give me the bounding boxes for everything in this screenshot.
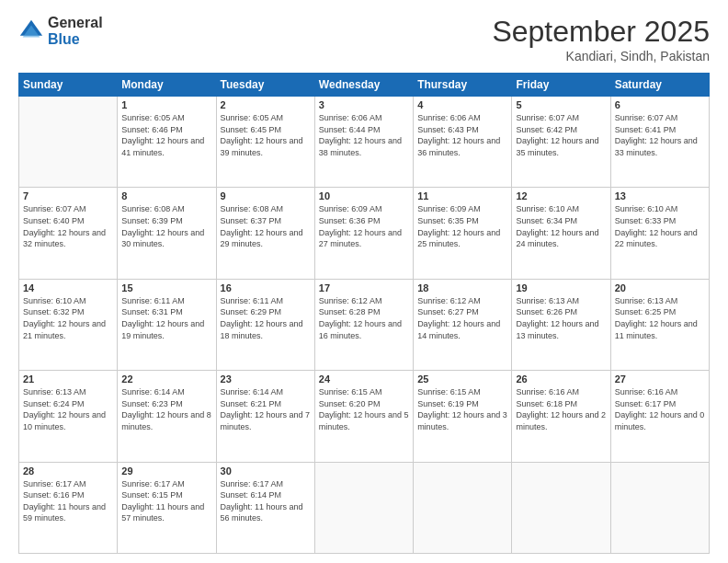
day-info: Sunrise: 6:07 AMSunset: 6:42 PMDaylight:…	[516, 112, 606, 158]
day-cell: 28 Sunrise: 6:17 AMSunset: 6:16 PMDaylig…	[19, 462, 118, 553]
day-info: Sunrise: 6:13 AMSunset: 6:24 PMDaylight:…	[23, 386, 113, 432]
day-info: Sunrise: 6:13 AMSunset: 6:25 PMDaylight:…	[615, 295, 705, 341]
day-cell	[414, 462, 512, 553]
day-number: 2	[221, 99, 311, 110]
day-info: Sunrise: 6:11 AMSunset: 6:31 PMDaylight:…	[121, 295, 211, 341]
day-cell: 6 Sunrise: 6:07 AMSunset: 6:41 PMDayligh…	[610, 97, 709, 188]
day-number: 16	[221, 282, 311, 293]
day-info: Sunrise: 6:13 AMSunset: 6:26 PMDaylight:…	[516, 295, 606, 341]
day-number: 20	[615, 282, 705, 293]
day-cell: 7 Sunrise: 6:07 AMSunset: 6:40 PMDayligh…	[19, 188, 118, 279]
day-number: 17	[319, 282, 409, 293]
day-info: Sunrise: 6:10 AMSunset: 6:34 PMDaylight:…	[516, 203, 606, 249]
day-cell: 30 Sunrise: 6:17 AMSunset: 6:14 PMDaylig…	[216, 462, 314, 553]
day-number: 15	[121, 282, 211, 293]
day-header-thursday: Thursday	[414, 74, 512, 97]
logo-text: General Blue	[48, 15, 103, 48]
day-info: Sunrise: 6:14 AMSunset: 6:23 PMDaylight:…	[121, 386, 211, 432]
day-cell: 1 Sunrise: 6:05 AMSunset: 6:46 PMDayligh…	[118, 97, 216, 188]
day-cell: 17 Sunrise: 6:12 AMSunset: 6:28 PMDaylig…	[314, 279, 413, 370]
day-cell: 5 Sunrise: 6:07 AMSunset: 6:42 PMDayligh…	[512, 97, 610, 188]
day-info: Sunrise: 6:17 AMSunset: 6:15 PMDaylight:…	[121, 478, 211, 524]
day-cell: 20 Sunrise: 6:13 AMSunset: 6:25 PMDaylig…	[610, 279, 709, 370]
day-header-monday: Monday	[118, 74, 216, 97]
day-info: Sunrise: 6:08 AMSunset: 6:37 PMDaylight:…	[221, 203, 311, 249]
day-info: Sunrise: 6:11 AMSunset: 6:29 PMDaylight:…	[221, 295, 311, 341]
day-info: Sunrise: 6:17 AMSunset: 6:16 PMDaylight:…	[23, 478, 113, 524]
day-info: Sunrise: 6:09 AMSunset: 6:35 PMDaylight:…	[417, 203, 507, 249]
day-info: Sunrise: 6:08 AMSunset: 6:39 PMDaylight:…	[121, 203, 211, 249]
day-number: 6	[615, 99, 705, 110]
day-header-tuesday: Tuesday	[216, 74, 314, 97]
day-number: 18	[417, 282, 507, 293]
week-row-1: 1 Sunrise: 6:05 AMSunset: 6:46 PMDayligh…	[19, 97, 710, 188]
day-number: 11	[417, 190, 507, 201]
day-info: Sunrise: 6:15 AMSunset: 6:20 PMDaylight:…	[319, 386, 409, 432]
day-number: 28	[23, 465, 113, 477]
title-block: September 2025 Kandiari, Sindh, Pakistan	[492, 15, 710, 63]
day-number: 25	[417, 373, 507, 385]
day-number: 10	[319, 190, 409, 201]
day-cell: 21 Sunrise: 6:13 AMSunset: 6:24 PMDaylig…	[19, 371, 118, 462]
day-number: 27	[615, 373, 705, 385]
day-info: Sunrise: 6:10 AMSunset: 6:32 PMDaylight:…	[23, 295, 113, 341]
day-number: 26	[516, 373, 606, 385]
day-cell: 3 Sunrise: 6:06 AMSunset: 6:44 PMDayligh…	[314, 97, 413, 188]
month-title: September 2025	[492, 15, 710, 49]
day-header-friday: Friday	[512, 74, 610, 97]
logo-icon	[18, 18, 44, 44]
day-cell: 23 Sunrise: 6:14 AMSunset: 6:21 PMDaylig…	[216, 371, 314, 462]
day-info: Sunrise: 6:10 AMSunset: 6:33 PMDaylight:…	[615, 203, 705, 249]
day-info: Sunrise: 6:16 AMSunset: 6:18 PMDaylight:…	[516, 386, 606, 432]
day-cell: 10 Sunrise: 6:09 AMSunset: 6:36 PMDaylig…	[314, 188, 413, 279]
week-row-4: 21 Sunrise: 6:13 AMSunset: 6:24 PMDaylig…	[19, 371, 710, 462]
day-cell	[19, 97, 118, 188]
day-header-sunday: Sunday	[19, 74, 118, 97]
day-info: Sunrise: 6:07 AMSunset: 6:41 PMDaylight:…	[615, 112, 705, 158]
day-cell: 19 Sunrise: 6:13 AMSunset: 6:26 PMDaylig…	[512, 279, 610, 370]
calendar-header-row: SundayMondayTuesdayWednesdayThursdayFrid…	[19, 74, 710, 97]
day-cell: 26 Sunrise: 6:16 AMSunset: 6:18 PMDaylig…	[512, 371, 610, 462]
logo: General Blue	[18, 15, 103, 48]
day-info: Sunrise: 6:05 AMSunset: 6:46 PMDaylight:…	[121, 112, 211, 158]
day-header-wednesday: Wednesday	[314, 74, 413, 97]
day-info: Sunrise: 6:06 AMSunset: 6:43 PMDaylight:…	[417, 112, 507, 158]
day-number: 14	[23, 282, 113, 293]
day-number: 4	[417, 99, 507, 110]
day-number: 7	[23, 190, 113, 201]
day-cell: 27 Sunrise: 6:16 AMSunset: 6:17 PMDaylig…	[610, 371, 709, 462]
day-cell: 2 Sunrise: 6:05 AMSunset: 6:45 PMDayligh…	[216, 97, 314, 188]
day-number: 5	[516, 99, 606, 110]
day-cell: 29 Sunrise: 6:17 AMSunset: 6:15 PMDaylig…	[118, 462, 216, 553]
day-number: 1	[121, 99, 211, 110]
day-cell: 24 Sunrise: 6:15 AMSunset: 6:20 PMDaylig…	[314, 371, 413, 462]
day-cell	[314, 462, 413, 553]
day-number: 13	[615, 190, 705, 201]
day-cell	[512, 462, 610, 553]
day-number: 8	[121, 190, 211, 201]
day-info: Sunrise: 6:06 AMSunset: 6:44 PMDaylight:…	[319, 112, 409, 158]
day-info: Sunrise: 6:12 AMSunset: 6:27 PMDaylight:…	[417, 295, 507, 341]
header: General Blue September 2025 Kandiari, Si…	[18, 15, 710, 63]
day-info: Sunrise: 6:17 AMSunset: 6:14 PMDaylight:…	[221, 478, 311, 524]
day-number: 24	[319, 373, 409, 385]
day-cell: 16 Sunrise: 6:11 AMSunset: 6:29 PMDaylig…	[216, 279, 314, 370]
day-cell: 18 Sunrise: 6:12 AMSunset: 6:27 PMDaylig…	[414, 279, 512, 370]
day-cell: 15 Sunrise: 6:11 AMSunset: 6:31 PMDaylig…	[118, 279, 216, 370]
location: Kandiari, Sindh, Pakistan	[492, 49, 710, 63]
day-info: Sunrise: 6:09 AMSunset: 6:36 PMDaylight:…	[319, 203, 409, 249]
day-cell: 4 Sunrise: 6:06 AMSunset: 6:43 PMDayligh…	[414, 97, 512, 188]
day-cell: 13 Sunrise: 6:10 AMSunset: 6:33 PMDaylig…	[610, 188, 709, 279]
day-info: Sunrise: 6:07 AMSunset: 6:40 PMDaylight:…	[23, 203, 113, 249]
day-number: 21	[23, 373, 113, 385]
day-number: 22	[121, 373, 211, 385]
day-info: Sunrise: 6:14 AMSunset: 6:21 PMDaylight:…	[221, 386, 311, 432]
day-cell	[610, 462, 709, 553]
day-cell: 8 Sunrise: 6:08 AMSunset: 6:39 PMDayligh…	[118, 188, 216, 279]
day-number: 30	[221, 465, 311, 477]
day-info: Sunrise: 6:16 AMSunset: 6:17 PMDaylight:…	[615, 386, 705, 432]
day-number: 9	[221, 190, 311, 201]
day-info: Sunrise: 6:05 AMSunset: 6:45 PMDaylight:…	[221, 112, 311, 158]
day-cell: 11 Sunrise: 6:09 AMSunset: 6:35 PMDaylig…	[414, 188, 512, 279]
week-row-5: 28 Sunrise: 6:17 AMSunset: 6:16 PMDaylig…	[19, 462, 710, 553]
